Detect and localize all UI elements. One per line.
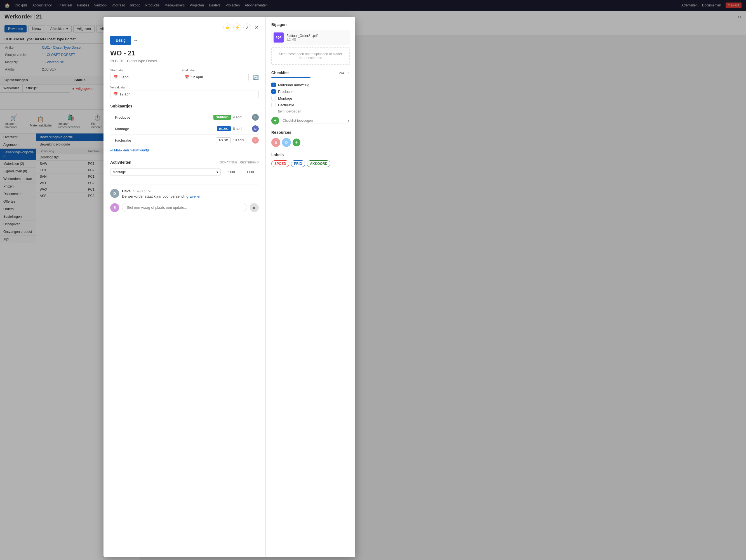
date-row-1: Startdatum 📅 3 april Einddatum 📅 12 apri…: [110, 68, 259, 81]
add-resource-button[interactable]: +: [293, 139, 300, 146]
date-row-2: Vervaldatum 📅 12 april: [110, 86, 259, 98]
activiteiten-name: Montage: [113, 170, 126, 174]
resources-title: Resources: [271, 130, 350, 135]
overlay-card: ⭐ ⚡ ⤢ ✕ Bezig → WO - 21 2x CL01 - Closet…: [104, 17, 355, 557]
drag-handle-1[interactable]: ⠿: [110, 127, 113, 131]
checklist-header: Checklist 2/4 →: [271, 71, 350, 75]
comment-input-avatar: E: [110, 203, 119, 212]
checklist-add-input[interactable]: [281, 118, 345, 123]
comment-content-0: Dave 10 april 10:59 De werkorder staat k…: [122, 189, 259, 198]
resource-avatars: E D +: [271, 138, 350, 147]
checklist-item-1: ✓ Productie: [271, 88, 350, 95]
subcard-badge-0[interactable]: GEREED: [213, 115, 231, 120]
star-button[interactable]: ⭐: [223, 24, 231, 31]
checklist-add-item[interactable]: Item toevoegen: [271, 108, 350, 114]
einddatum-cal-icon: 📅: [185, 75, 190, 79]
vervaldatum-value: 12 april: [119, 92, 132, 96]
attachment-item-0[interactable]: PDF Factuur_Order21.pdf 1,2 MB: [271, 30, 350, 45]
label-akkoord[interactable]: AKKOORD: [307, 160, 331, 167]
checklist-plus-button[interactable]: +: [271, 117, 279, 124]
comment-section: D Dave 10 april 10:59 De werkorder staat…: [110, 184, 259, 212]
checklist-header-left: Checklist: [271, 71, 289, 75]
checklist-item-2: Montage: [271, 95, 350, 102]
checklist-check-0[interactable]: ✓: [271, 83, 276, 87]
schatting-label: SCHATTING: [220, 161, 237, 164]
subcard-avatar-0: D: [252, 114, 259, 121]
einddatum-field: Einddatum 📅 12 april: [182, 68, 249, 81]
startdatum-label: Startdatum: [110, 68, 177, 72]
einddatum-input[interactable]: 📅 12 april: [182, 73, 249, 81]
einddatum-value: 12 april: [191, 75, 203, 79]
attachment-info: Factuur_Order21.pdf 1,2 MB: [286, 34, 347, 41]
activiteiten-title: Activiteiten: [110, 160, 131, 165]
subkaartjes-title: Subkaartjes: [110, 104, 259, 108]
startdatum-cal-icon: 📅: [113, 75, 118, 79]
subcard-badge-2[interactable]: TO DO: [216, 137, 231, 143]
drop-zone[interactable]: Sleep bestanden om te uploaden of blader…: [271, 47, 350, 65]
new-card-label: Maak een nieuw kaartje: [114, 148, 150, 152]
checklist-arrow-icon[interactable]: →: [346, 71, 350, 75]
comment-text-before: De werkorder staat klaar voor verzending: [122, 194, 189, 198]
subcard-0: ⠿ Productie GEREED 4 april D: [110, 112, 259, 123]
activiteiten-labels: SCHATTING RESTEREND: [220, 161, 259, 164]
card-left: ⭐ ⚡ ⤢ ✕ Bezig → WO - 21 2x CL01 - Closet…: [104, 17, 266, 557]
checklist-dropdown-icon[interactable]: ▾: [348, 119, 350, 123]
activiteiten-section: Activiteiten SCHATTING RESTEREND Montage…: [110, 160, 259, 177]
attachment-name: Factuur_Order21.pdf: [286, 34, 347, 38]
comment-header-0: Dave 10 april 10:59: [122, 189, 259, 193]
label-tags: SPOED PRIO AKKOORD: [271, 160, 350, 167]
checklist-check-2[interactable]: [271, 96, 276, 101]
activiteiten-header: Activiteiten SCHATTING RESTEREND: [110, 160, 259, 165]
checklist-check-1[interactable]: ✓: [271, 89, 276, 94]
label-prio[interactable]: PRIO: [291, 160, 305, 167]
resource-avatar-0[interactable]: E: [271, 138, 280, 147]
drag-handle-0[interactable]: ⠿: [110, 115, 113, 119]
new-card-link[interactable]: ↩ Maak een nieuw kaartje: [110, 146, 259, 155]
card-status-badge[interactable]: Bezig: [110, 36, 131, 45]
subcard-name-2: Facturatie: [115, 138, 214, 142]
subcard-name-0: Productie: [115, 115, 211, 119]
resterend-label: RESTEREND: [240, 161, 259, 164]
checklist-add-btn: + ▾: [271, 117, 350, 124]
startdatum-value: 3 april: [119, 75, 129, 79]
subcard-date-0: 4 april: [233, 115, 250, 119]
lightning-button[interactable]: ⚡: [233, 24, 241, 31]
vervaldatum-input[interactable]: 📅 12 april: [110, 90, 259, 98]
comment-avatar-dave: D: [110, 189, 119, 198]
comment-input[interactable]: [122, 203, 247, 212]
checklist-title: Checklist: [271, 71, 289, 75]
vervaldatum-label: Vervaldatum: [110, 86, 259, 89]
checklist-progress-bar: [271, 77, 311, 78]
card-wo-title: WO - 21: [110, 49, 259, 57]
pdf-icon: PDF: [274, 32, 284, 43]
resource-avatar-1[interactable]: D: [282, 138, 291, 147]
checklist-count: 2/4: [339, 71, 344, 75]
attachments-section: Bijlagen PDF Factuur_Order21.pdf 1,2 MB …: [271, 22, 350, 65]
checklist-section: Checklist 2/4 → ✓ Materiaal aanwezig ✓ P…: [271, 71, 350, 124]
close-button[interactable]: ✕: [255, 24, 259, 30]
activiteiten-dropdown[interactable]: Montage ▾: [110, 168, 221, 176]
drag-handle-2[interactable]: ⠿: [110, 138, 113, 142]
new-card-arrow: ↩: [110, 148, 113, 152]
subcard-avatar-1: M: [252, 125, 259, 132]
subcard-badge-1[interactable]: BEZIG: [217, 126, 231, 131]
bijlagen-title: Bijlagen: [271, 22, 350, 27]
comment-time: 10 april 10:59: [133, 190, 152, 193]
status-arrow-icon: →: [134, 38, 138, 43]
labels-title: Labels: [271, 152, 350, 157]
comment-send-button[interactable]: ▶: [250, 203, 259, 212]
startdatum-input[interactable]: 📅 3 april: [110, 73, 177, 81]
refresh-icon[interactable]: 🔄: [253, 75, 259, 80]
comment-author: Dave: [122, 189, 131, 193]
subcard-1: ⠿ Montage BEZIG 8 april M: [110, 123, 259, 135]
activiteiten-row: Montage ▾ 6 uur 1 uur: [110, 167, 259, 177]
label-spoed[interactable]: SPOED: [271, 160, 289, 167]
subcard-2: ⠿ Facturatie TO DO 10 april F: [110, 135, 259, 146]
expand-button[interactable]: ⤢: [243, 24, 251, 31]
checklist-label-2: Montage: [278, 96, 292, 101]
startdatum-field: Startdatum 📅 3 april: [110, 68, 177, 81]
labels-section: Labels SPOED PRIO AKKOORD: [271, 152, 350, 167]
checklist-check-3[interactable]: [271, 103, 276, 107]
einddatum-label: Einddatum: [182, 68, 249, 72]
comment-link-evelien[interactable]: Evelien: [190, 194, 201, 198]
